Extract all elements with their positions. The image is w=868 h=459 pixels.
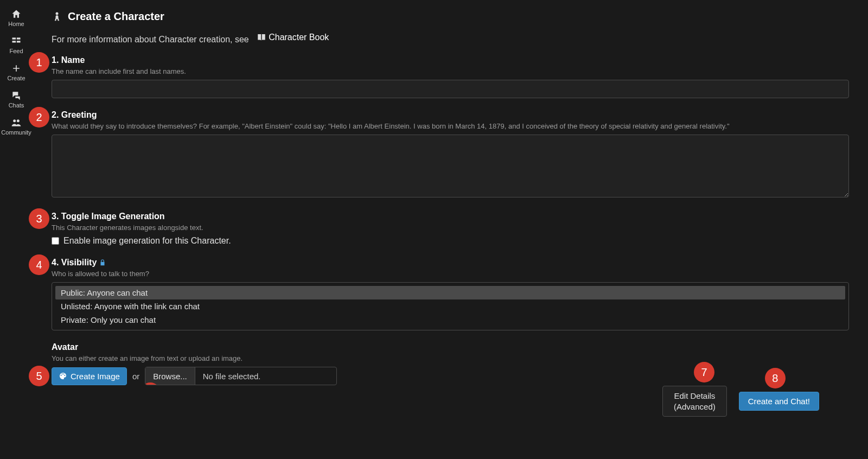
section-visibility: 4 4. Visibility Who is allowed to talk t…	[52, 258, 849, 330]
palette-icon	[59, 372, 67, 380]
sidebar-item-chats[interactable]: Chats	[0, 86, 33, 113]
svg-rect-2	[12, 41, 16, 42]
svg-rect-1	[17, 37, 21, 39]
create-and-chat-button[interactable]: Create and Chat!	[739, 392, 819, 411]
svg-point-6	[56, 12, 59, 15]
section-name: 1 1. Name The name can include first and…	[52, 55, 849, 98]
plus-icon	[11, 63, 22, 74]
main-content: Create a Character For more information …	[33, 0, 868, 459]
svg-point-4	[13, 119, 16, 122]
edit-details-button[interactable]: Edit Details (Advanced)	[662, 386, 727, 417]
book-icon	[257, 33, 266, 42]
svg-rect-3	[17, 41, 21, 42]
sidebar-item-community[interactable]: Community	[0, 113, 33, 140]
sidebar-item-home[interactable]: Home	[0, 4, 33, 31]
visibility-title-text: 4. Visibility	[52, 258, 97, 267]
sidebar-label: Create	[7, 75, 25, 81]
sidebar-item-feed[interactable]: Feed	[0, 31, 33, 59]
name-input[interactable]	[52, 80, 849, 98]
chat-icon	[11, 90, 22, 101]
svg-rect-0	[12, 37, 16, 39]
image-gen-title: 3. Toggle Image Generation	[52, 212, 849, 221]
browse-button[interactable]: Browse...	[145, 367, 195, 385]
visibility-option-public[interactable]: Public: Anyone can chat	[55, 286, 845, 299]
greeting-desc: What would they say to introduce themsel…	[52, 122, 849, 130]
create-image-label: Create Image	[71, 372, 120, 381]
info-line: For more information about Character cre…	[52, 33, 849, 44]
sidebar-item-create[interactable]: Create	[0, 59, 33, 86]
sidebar-label: Community	[1, 129, 31, 136]
page-title: Create a Character	[68, 10, 164, 23]
character-book-link[interactable]: Character Book	[251, 33, 329, 42]
sidebar-label: Chats	[9, 102, 24, 109]
section-avatar: Avatar You can either create an image fr…	[52, 342, 849, 385]
file-status: No file selected.	[195, 367, 336, 385]
link-text: Character Book	[269, 33, 329, 42]
image-gen-checkbox[interactable]	[52, 237, 59, 245]
name-desc: The name can include first and last name…	[52, 67, 849, 75]
edit-details-line2: (Advanced)	[674, 402, 716, 411]
info-text: For more information about Character cre…	[52, 35, 251, 44]
home-icon	[11, 9, 22, 20]
avatar-row: 5 Create Image or 6 Browse... No file se…	[52, 367, 849, 385]
community-icon	[11, 117, 22, 128]
sidebar-label: Feed	[9, 48, 23, 54]
section-greeting: 2 2. Greeting What would they say to int…	[52, 110, 849, 200]
visibility-desc: Who is allowed to talk to them?	[52, 270, 849, 278]
file-picker: 6 Browse... No file selected.	[145, 367, 337, 385]
avatar-title: Avatar	[52, 342, 849, 352]
visibility-title: 4. Visibility	[52, 258, 849, 267]
greeting-input[interactable]	[52, 135, 849, 197]
greeting-title: 2. Greeting	[52, 110, 849, 120]
bottom-actions: 7 Edit Details (Advanced) 8 Create and C…	[662, 386, 819, 417]
visibility-option-private[interactable]: Private: Only you can chat	[55, 313, 845, 327]
image-gen-desc: This Character generates images alongsid…	[52, 224, 849, 232]
sidebar: Home Feed Create Chats Community	[0, 0, 33, 459]
visibility-select[interactable]: Public: Anyone can chat Unlisted: Anyone…	[52, 282, 849, 330]
image-gen-checkbox-label: Enable image generation for this Charact…	[63, 236, 231, 246]
create-image-button[interactable]: Create Image	[52, 367, 127, 385]
visibility-option-unlisted[interactable]: Unlisted: Anyone with the link can chat	[55, 299, 845, 313]
section-image-gen: 3 3. Toggle Image Generation This Charac…	[52, 212, 849, 246]
person-icon	[52, 10, 62, 23]
page-header: Create a Character	[52, 10, 849, 23]
image-gen-checkbox-row[interactable]: Enable image generation for this Charact…	[52, 236, 849, 246]
avatar-desc: You can either create an image from text…	[52, 354, 849, 362]
edit-details-line1: Edit Details	[674, 391, 715, 400]
lock-icon	[99, 259, 106, 266]
svg-point-5	[17, 119, 20, 122]
or-text: or	[132, 372, 139, 381]
name-title: 1. Name	[52, 55, 849, 65]
sidebar-label: Home	[8, 21, 24, 27]
feed-icon	[11, 36, 22, 47]
